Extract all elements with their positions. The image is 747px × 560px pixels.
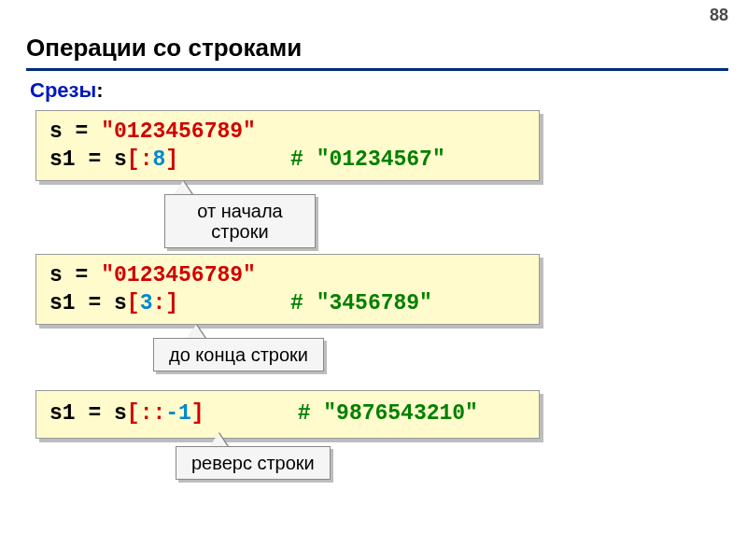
page-number: 88 <box>710 6 728 25</box>
code-bracket: ] <box>191 401 204 426</box>
code-string: "0123456789" <box>101 263 256 287</box>
code-bracket: :] <box>152 291 178 315</box>
code-block-2: s = "0123456789" s1 = s[3:]# "3456789" <box>35 254 540 325</box>
code-comment: "01234567" <box>317 147 445 172</box>
page-title: Операции со строками <box>26 34 728 71</box>
subtitle-colon: : <box>96 78 103 102</box>
code-line: s = "0123456789" <box>49 119 526 147</box>
callout-3: реверс строки <box>176 446 331 480</box>
code-line: s1 = s[3:]# "3456789" <box>49 290 526 318</box>
code-text: s1 = s <box>49 147 127 172</box>
code-comment-hash: # <box>290 147 303 172</box>
code-text: s1 = s <box>49 291 127 315</box>
code-line: s1 = s[::-1]# "9876543210" <box>49 400 526 428</box>
code-bracket: [: <box>127 147 153 172</box>
code-comment-hash: # <box>298 401 311 426</box>
subtitle-text: Срезы <box>30 78 96 102</box>
code-comment: "9876543210" <box>323 401 478 426</box>
code-comment: "3456789" <box>317 291 432 315</box>
code-line: s = "0123456789" <box>49 262 526 290</box>
code-text: s = <box>49 263 101 287</box>
callout-1: от начала строки <box>164 194 316 248</box>
code-bracket: [:: <box>127 401 165 426</box>
code-number: 3 <box>140 291 153 315</box>
code-bracket: [ <box>127 291 140 315</box>
code-line: s1 = s[:8]# "01234567" <box>49 147 526 175</box>
code-number: 8 <box>152 147 165 172</box>
code-block-3: s1 = s[::-1]# "9876543210" <box>35 390 540 439</box>
subtitle: Срезы: <box>30 78 104 103</box>
code-text: s1 = s <box>49 401 127 426</box>
code-comment-hash: # <box>290 291 303 315</box>
code-block-1: s = "0123456789" s1 = s[:8]# "01234567" <box>35 110 540 181</box>
code-string: "0123456789" <box>101 119 256 144</box>
callout-2: до конца строки <box>153 338 324 371</box>
code-bracket: ] <box>165 147 178 172</box>
code-text: s = <box>49 119 101 144</box>
code-number: -1 <box>165 401 191 426</box>
